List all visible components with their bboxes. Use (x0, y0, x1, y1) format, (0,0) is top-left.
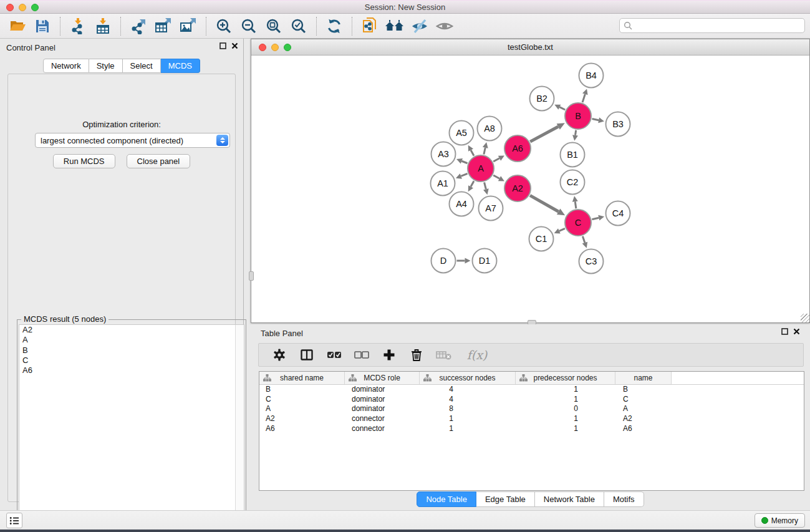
tab-network[interactable]: Network (43, 59, 89, 73)
open-session-button[interactable] (5, 16, 30, 37)
table-cell[interactable]: C (615, 395, 672, 405)
table-cell[interactable]: 1 (516, 395, 615, 405)
table-cell[interactable]: A6 (615, 424, 672, 434)
table-cell[interactable]: 0 (516, 404, 615, 414)
column-header-successor-nodes[interactable]: successor nodes (420, 372, 516, 384)
network-node-C3[interactable]: C3 (579, 249, 604, 274)
table-cell[interactable]: 1 (516, 414, 615, 424)
tab-style[interactable]: Style (89, 59, 123, 73)
close-table-panel-icon[interactable] (793, 328, 800, 335)
table-cell[interactable]: B (615, 385, 672, 395)
network-node-C2[interactable]: C2 (561, 170, 585, 195)
network-node-D1[interactable]: D1 (473, 249, 497, 273)
delete-table-button[interactable] (435, 346, 453, 364)
table-cell[interactable]: A6 (259, 424, 345, 434)
network-node-C[interactable]: C (565, 210, 591, 236)
network-edge-B-B4[interactable] (582, 94, 585, 102)
network-edge-C-C1[interactable] (559, 228, 565, 231)
network-node-A5[interactable]: A5 (450, 121, 474, 145)
network-edge-C-C3[interactable] (582, 236, 585, 243)
hide-selected-button[interactable] (407, 16, 432, 37)
import-network-button[interactable] (65, 16, 90, 37)
network-node-B[interactable]: B (565, 103, 591, 129)
search-input[interactable] (633, 21, 804, 31)
tab-mcds[interactable]: MCDS (161, 59, 200, 73)
export-network-button[interactable] (126, 16, 151, 37)
zoom-selected-button[interactable] (286, 16, 311, 37)
column-header-MCDS-role[interactable]: MCDS role (345, 372, 420, 384)
table-cell[interactable]: 1 (516, 385, 615, 395)
run-mcds-button[interactable]: Run MCDS (53, 154, 115, 168)
memory-button[interactable]: Memory (755, 513, 805, 528)
zoom-fit-button[interactable] (261, 16, 286, 37)
network-edge-A-A2[interactable] (493, 175, 499, 178)
mcds-result-item[interactable]: A (19, 335, 244, 345)
tab-node-table[interactable]: Node Table (417, 491, 476, 507)
table-cell[interactable]: 4 (420, 385, 516, 395)
table-cell[interactable]: B (259, 385, 345, 395)
criterion-dropdown[interactable]: largest connected component (directed) (35, 133, 230, 148)
network-node-D[interactable]: D (432, 249, 456, 273)
network-edge-B-B1[interactable] (576, 130, 576, 135)
table-cell[interactable]: A2 (259, 414, 345, 424)
float-panel-icon[interactable] (219, 42, 226, 49)
deselect-all-button[interactable] (352, 346, 371, 364)
table-cell[interactable]: A (615, 404, 672, 414)
table-cell[interactable]: A2 (615, 414, 672, 424)
column-header-predecessor-nodes[interactable]: predecessor nodes (516, 372, 615, 384)
import-table-button[interactable] (90, 16, 115, 37)
column-header-shared-name[interactable]: shared name (259, 372, 345, 384)
table-row[interactable]: A2connector11A2 (259, 414, 804, 424)
close-window-button[interactable] (6, 4, 14, 11)
export-image-button[interactable] (176, 16, 201, 37)
zoom-in-button[interactable] (211, 16, 236, 37)
network-edge-A-A1[interactable] (461, 173, 467, 176)
close-panel-icon[interactable] (231, 42, 238, 49)
table-row[interactable]: A6connector11A6 (259, 424, 804, 434)
network-edge-C-C4[interactable] (592, 218, 599, 220)
table-cell[interactable]: 1 (420, 414, 516, 424)
mcds-result-item[interactable]: C (19, 355, 244, 365)
network-close-button[interactable] (259, 44, 266, 51)
table-cell[interactable]: 1 (516, 424, 615, 434)
network-node-A4[interactable]: A4 (450, 192, 474, 216)
network-edge-A-A3[interactable] (461, 161, 467, 163)
split-columns-button[interactable] (297, 346, 316, 364)
table-cell[interactable]: connector (345, 414, 420, 424)
table-cell[interactable]: A (259, 404, 345, 414)
network-zoom-button[interactable] (284, 44, 291, 51)
table-row[interactable]: Cdominator41C (259, 395, 804, 405)
add-column-button[interactable] (380, 346, 398, 364)
network-node-B3[interactable]: B3 (606, 112, 630, 137)
tab-network-table[interactable]: Network Table (535, 491, 604, 507)
network-edge-B-B2[interactable] (559, 107, 565, 110)
table-row[interactable]: Bdominator41B (259, 385, 804, 395)
table-cell[interactable]: 4 (420, 395, 516, 405)
mcds-result-item[interactable]: A2 (19, 325, 244, 335)
first-neighbors-button[interactable] (382, 16, 407, 37)
select-all-button[interactable] (325, 346, 344, 364)
show-all-button[interactable] (432, 16, 457, 37)
table-cell[interactable]: 8 (420, 404, 516, 414)
close-panel-button[interactable]: Close panel (127, 154, 191, 168)
network-node-B1[interactable]: B1 (561, 143, 585, 167)
delete-column-button[interactable] (407, 346, 426, 364)
network-edge-C-C2[interactable] (575, 201, 576, 208)
network-node-A2[interactable]: A2 (504, 175, 531, 201)
network-edge-A6-B[interactable] (530, 127, 558, 142)
search-field[interactable] (619, 18, 805, 33)
network-node-A[interactable]: A (468, 155, 494, 181)
table-row[interactable]: Adominator80A (259, 404, 804, 414)
zoom-out-button[interactable] (236, 16, 261, 37)
network-node-C4[interactable]: C4 (606, 201, 630, 226)
apply-layout-button[interactable] (322, 16, 347, 37)
network-node-A8[interactable]: A8 (478, 117, 502, 141)
left-divider-grip[interactable] (249, 271, 254, 281)
save-session-button[interactable] (30, 16, 55, 37)
mcds-result-item[interactable]: B (19, 346, 244, 355)
minimize-window-button[interactable] (19, 4, 26, 11)
float-table-panel-icon[interactable] (781, 328, 788, 335)
zoom-window-button[interactable] (31, 4, 39, 11)
network-edge-A2-C[interactable] (530, 195, 559, 211)
table-cell[interactable]: dominator (345, 404, 420, 414)
